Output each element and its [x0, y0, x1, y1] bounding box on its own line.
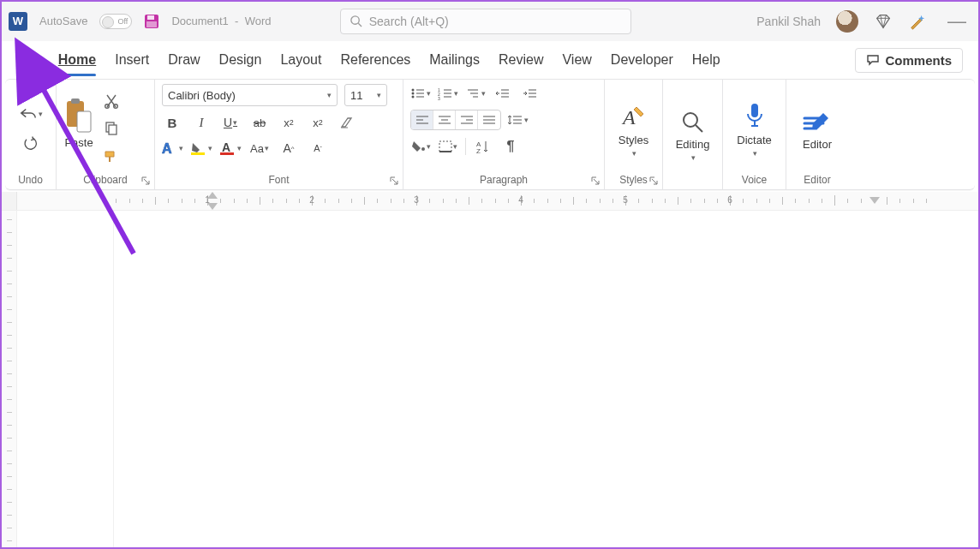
shading-button[interactable]: ▾: [410, 137, 431, 156]
tab-design[interactable]: Design: [219, 47, 262, 73]
vertical-ruler[interactable]: [2, 211, 17, 547]
align-right-button[interactable]: [456, 110, 478, 129]
document-title: Document1 - Word: [171, 15, 271, 27]
line-spacing-button[interactable]: ▾: [508, 110, 529, 129]
undo-button[interactable]: ▾: [19, 104, 43, 124]
paste-label[interactable]: Paste: [64, 136, 93, 149]
autosave-label: AutoSave: [39, 15, 87, 27]
svg-point-22: [421, 147, 425, 151]
search-placeholder: Search (Alt+Q): [369, 15, 449, 28]
group-editing-label: [670, 184, 715, 188]
highlight-button[interactable]: ▾: [191, 139, 212, 158]
comments-button[interactable]: Comments: [855, 48, 963, 73]
group-voice-label: Voice: [730, 172, 779, 188]
svg-point-3: [351, 16, 359, 24]
shrink-font-button[interactable]: Aˇ: [308, 139, 328, 158]
styles-button[interactable]: A Styles ▾: [618, 98, 648, 158]
hanging-indent-marker[interactable]: [207, 203, 218, 210]
dictate-button[interactable]: Dictate ▾: [737, 98, 771, 158]
tab-draw[interactable]: Draw: [168, 47, 200, 73]
borders-button[interactable]: ▾: [438, 137, 458, 156]
group-voice: Dictate ▾ Voice: [723, 80, 786, 189]
search-icon: [350, 15, 362, 27]
font-size-combo[interactable]: 11▾: [344, 84, 387, 106]
first-line-indent-marker[interactable]: [207, 192, 218, 199]
svg-point-18: [412, 96, 415, 98]
avatar[interactable]: [836, 10, 858, 33]
svg-rect-13: [191, 152, 205, 155]
group-styles-label: Styles: [612, 172, 655, 188]
right-margin-marker[interactable]: [869, 197, 880, 204]
subscript-button[interactable]: x2: [278, 113, 299, 132]
group-font-label: Font: [162, 172, 396, 188]
search-box[interactable]: Search (Alt+Q): [340, 9, 631, 34]
tab-mailings[interactable]: Mailings: [429, 47, 480, 73]
decrease-indent-button[interactable]: [493, 84, 513, 103]
underline-button[interactable]: U▾: [220, 113, 241, 132]
increase-indent-button[interactable]: [520, 84, 541, 103]
word-app-icon: W: [9, 12, 27, 31]
tab-insert[interactable]: Insert: [115, 47, 149, 73]
tab-view[interactable]: View: [562, 47, 591, 73]
tab-review[interactable]: Review: [499, 47, 543, 73]
multilevel-list-button[interactable]: ▾: [465, 84, 486, 103]
grow-font-button[interactable]: A^: [278, 139, 299, 158]
redo-button[interactable]: [19, 133, 43, 153]
group-font: Calibri (Body)▾ 11▾ B I U▾ ab x2 x2 A▾ ▾…: [155, 80, 403, 189]
clear-formatting-button[interactable]: [337, 113, 357, 132]
user-name: Pankil Shah: [756, 15, 821, 28]
svg-rect-7: [77, 111, 91, 132]
svg-rect-1: [147, 15, 154, 20]
editing-button[interactable]: Editing ▾: [676, 106, 710, 162]
cut-button[interactable]: [99, 91, 123, 111]
align-left-button[interactable]: [411, 110, 433, 129]
editor-button[interactable]: Editor: [803, 106, 832, 151]
show-marks-button[interactable]: ¶: [500, 137, 521, 156]
bold-button[interactable]: B: [162, 113, 182, 132]
svg-text:A: A: [222, 140, 230, 154]
group-paragraph: ▾ 123▾ ▾ ▾ ▾ ▾ AZ ¶: [403, 80, 605, 189]
clipboard-launcher[interactable]: [140, 176, 151, 186]
ribbon-tabs: File Home Insert Draw Design Layout Refe…: [2, 41, 978, 79]
strikethrough-button[interactable]: ab: [249, 113, 270, 132]
font-name-combo[interactable]: Calibri (Body)▾: [162, 84, 338, 106]
tab-file[interactable]: File: [17, 47, 39, 73]
copy-button[interactable]: [99, 118, 123, 139]
tab-developer[interactable]: Developer: [611, 47, 673, 73]
horizontal-ruler[interactable]: 123456: [2, 192, 978, 211]
font-color-button[interactable]: A▾: [220, 139, 241, 158]
format-painter-button[interactable]: [99, 146, 123, 166]
tab-help[interactable]: Help: [692, 47, 720, 73]
save-icon[interactable]: [144, 14, 159, 29]
sort-button[interactable]: AZ: [473, 137, 493, 156]
pen-sparkle-icon[interactable]: [908, 12, 927, 31]
group-clipboard-label: Clipboard: [63, 172, 147, 188]
align-center-button[interactable]: [433, 110, 456, 129]
tab-layout[interactable]: Layout: [280, 47, 321, 73]
tab-references[interactable]: References: [340, 47, 410, 73]
superscript-button[interactable]: x2: [308, 113, 328, 132]
svg-rect-6: [71, 98, 80, 104]
group-editor: Editor Editor: [786, 80, 848, 189]
paragraph-launcher[interactable]: [590, 176, 601, 186]
bullets-button[interactable]: ▾: [410, 84, 431, 103]
numbering-button[interactable]: 123▾: [438, 84, 458, 103]
styles-launcher[interactable]: [648, 176, 659, 186]
paste-dropdown[interactable]: ▾: [77, 150, 81, 158]
group-editing: Editing ▾: [663, 80, 723, 189]
diamond-icon[interactable]: [874, 12, 893, 31]
align-justify-button[interactable]: [478, 110, 500, 129]
svg-text:Z: Z: [476, 147, 481, 155]
italic-button[interactable]: I: [191, 113, 212, 132]
font-launcher[interactable]: [389, 176, 399, 186]
tab-home[interactable]: Home: [58, 47, 96, 73]
change-case-button[interactable]: Aa▾: [249, 139, 270, 158]
paste-icon[interactable]: [63, 98, 94, 135]
text-effects-button[interactable]: A▾: [162, 139, 182, 158]
minimize-button[interactable]: —: [942, 10, 971, 33]
svg-rect-23: [439, 141, 451, 152]
svg-line-4: [358, 23, 362, 27]
autosave-toggle[interactable]: Off: [99, 14, 132, 29]
styles-icon: A: [621, 102, 647, 131]
document-page[interactable]: [113, 211, 978, 547]
